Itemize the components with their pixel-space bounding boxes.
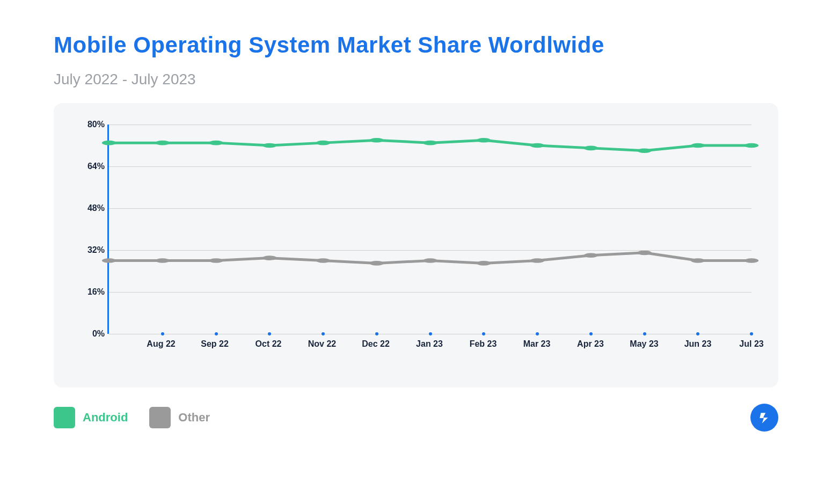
data-point: [209, 141, 223, 145]
y-tick-label: 80%: [78, 120, 105, 129]
y-tick-label: 0%: [78, 329, 105, 339]
legend-item-other: Other: [149, 407, 210, 428]
x-axis-labels: Aug 22Sep 22Oct 22Nov 22Dec 22Jan 23Feb …: [107, 339, 751, 355]
grid-line: [109, 125, 751, 125]
chart-container: 0%16%32%48%64%80% Aug 22Sep 22Oct 22Nov …: [54, 103, 778, 388]
data-point: [262, 255, 276, 260]
data-point: [477, 261, 491, 266]
chart-title: Mobile Operating System Market Share Wor…: [54, 32, 778, 58]
data-point: [262, 143, 276, 148]
data-point: [584, 146, 598, 151]
data-point: [423, 258, 437, 263]
x-tick-label: Jun 23: [684, 339, 712, 349]
x-tick-label: Oct 22: [256, 339, 282, 349]
data-point: [530, 143, 544, 148]
x-tick-label: Mar 23: [523, 339, 551, 349]
x-tick-dot: [536, 332, 539, 335]
data-point: [370, 261, 384, 266]
x-tick-dot: [268, 332, 271, 335]
x-tick-label: Aug 22: [147, 339, 175, 349]
grid-line: [109, 208, 751, 209]
x-tick-label: Jul 23: [739, 339, 763, 349]
x-tick-label: Jan 23: [416, 339, 443, 349]
legend-label-other: Other: [178, 411, 210, 425]
data-point: [370, 138, 384, 143]
data-point: [423, 141, 437, 145]
x-tick-label: Nov 22: [308, 339, 336, 349]
data-point: [637, 148, 651, 153]
grid-line: [109, 166, 751, 167]
chart-svg: [109, 125, 751, 334]
swatch-android: [54, 407, 75, 428]
x-tick-label: Apr 23: [577, 339, 604, 349]
swatch-other: [149, 407, 171, 428]
data-point: [477, 138, 491, 143]
data-point: [316, 141, 330, 145]
x-tick-dot: [589, 332, 593, 335]
data-point: [102, 141, 116, 145]
data-point: [156, 141, 170, 145]
data-point: [745, 143, 758, 148]
x-tick-label: May 23: [630, 339, 658, 349]
x-tick-label: Feb 23: [470, 339, 497, 349]
legend-item-android: Android: [54, 407, 128, 428]
legend: Android Other: [54, 404, 778, 432]
x-tick-dot: [696, 332, 699, 335]
plot-area: 0%16%32%48%64%80%: [107, 125, 751, 334]
x-tick-dot: [750, 332, 753, 335]
chart-subtitle: July 2022 - July 2023: [54, 71, 778, 88]
data-point: [530, 258, 544, 263]
x-tick-dot: [161, 332, 164, 335]
legend-label-android: Android: [83, 411, 128, 425]
y-tick-label: 32%: [78, 245, 105, 255]
grid-line: [109, 292, 751, 293]
x-tick-dot: [322, 332, 325, 335]
y-tick-label: 64%: [78, 162, 105, 171]
logo-icon: [750, 404, 778, 432]
data-point: [156, 258, 170, 263]
x-tick-dot: [482, 332, 485, 335]
data-point: [691, 258, 705, 263]
data-point: [584, 253, 598, 258]
data-point: [745, 258, 758, 263]
x-tick-label: Dec 22: [362, 339, 390, 349]
data-point: [691, 143, 705, 148]
y-tick-label: 16%: [78, 287, 105, 297]
x-tick-label: Sep 22: [201, 339, 229, 349]
x-tick-dot: [375, 332, 378, 335]
data-point: [209, 258, 223, 263]
x-tick-dot: [429, 332, 432, 335]
grid-line: [109, 250, 751, 251]
x-tick-dot: [215, 332, 218, 335]
data-point: [102, 258, 116, 263]
data-point: [637, 251, 651, 255]
data-point: [316, 258, 330, 263]
y-tick-label: 48%: [78, 203, 105, 213]
x-tick-dot: [643, 332, 646, 335]
